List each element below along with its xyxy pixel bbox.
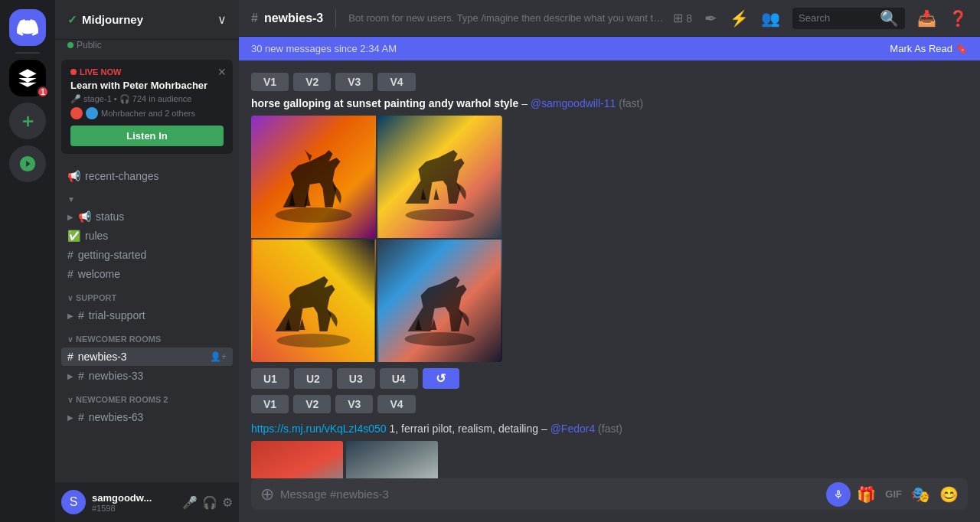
channel-name-newbies3: newbies-3 xyxy=(78,351,127,363)
category-newcomer-rooms2[interactable]: ∨ NEWCOMER ROOMS 2 xyxy=(61,386,233,407)
image-grid-horse xyxy=(251,116,502,362)
ferrari-image-preview xyxy=(251,441,968,478)
channel-sidebar: ✓ Midjourney ∨ Public ✕ LIVE NOW Learn w… xyxy=(55,0,239,522)
v2-button-bottom[interactable]: V2 xyxy=(293,395,331,413)
v1-button-top[interactable]: V1 xyxy=(251,73,289,91)
channel-name-getting-started: getting-started xyxy=(78,249,147,261)
message-input[interactable] xyxy=(280,478,820,510)
v1-button-bottom[interactable]: V1 xyxy=(251,395,289,413)
rules-icon: ✅ xyxy=(67,230,80,242)
user-avatar: S xyxy=(61,490,86,514)
category-support[interactable]: ∨ SUPPORT xyxy=(61,284,233,305)
u2-button[interactable]: U2 xyxy=(294,368,332,389)
v3-button-bottom[interactable]: V3 xyxy=(335,395,373,413)
headphones-button[interactable]: 🎧 xyxy=(202,495,217,510)
action-buttons-u-row: U1 U2 U3 U4 ↺ xyxy=(251,368,968,389)
svg-point-4 xyxy=(406,209,475,221)
listen-in-button[interactable]: Listen In xyxy=(70,126,224,146)
mark-as-read-button[interactable]: Mark As Read 🔖 xyxy=(890,43,968,54)
fedor4-mention: @Fedor4 xyxy=(550,422,596,435)
gif-icon[interactable]: GIF xyxy=(885,488,902,500)
channel-name-newbies33: newbies-33 xyxy=(89,370,144,382)
server-divider xyxy=(15,52,40,54)
v4-button-bottom[interactable]: V4 xyxy=(377,395,415,413)
inbox-icon[interactable]: 📥 xyxy=(917,9,936,28)
search-input[interactable] xyxy=(799,12,875,24)
midjourney-server-icon[interactable]: 1 xyxy=(9,60,46,96)
mark-read-label: Mark As Read xyxy=(890,43,952,54)
ferrari-img-2 xyxy=(346,441,438,478)
ferrari-text: 1, ferrari pilot, realism, detailing – xyxy=(390,422,550,435)
u4-button[interactable]: U4 xyxy=(380,368,418,389)
search-icon: 🔍 xyxy=(880,9,899,28)
discord-home-icon[interactable] xyxy=(9,9,46,46)
hash-icon-welcome: # xyxy=(67,268,74,280)
horse-image-3 xyxy=(251,240,376,362)
category-newcomer-rooms[interactable]: ∨ NEWCOMER ROOMS xyxy=(61,325,233,347)
hash-icon-newbies63: # xyxy=(78,411,84,423)
hash-icon-getting-started: # xyxy=(67,249,74,261)
slash-icon[interactable]: ✒ xyxy=(704,9,717,28)
user-panel: S samgoodw... #1598 🎤 🎧 ⚙ xyxy=(55,482,239,522)
attach-button[interactable]: ⊕ xyxy=(260,484,274,504)
channel-item-newbies-33[interactable]: ▶ # newbies-33 xyxy=(61,367,233,385)
bolt-icon[interactable]: ⚡ xyxy=(730,9,749,28)
channel-item-trial-support[interactable]: ▶ # trial-support xyxy=(61,306,233,325)
ferrari-speed-tag: (fast) xyxy=(598,422,622,435)
message-input-area: ⊕ 🎁 GIF 🎭 😊 xyxy=(239,478,980,522)
v3-button-top[interactable]: V3 xyxy=(335,73,373,91)
u3-button[interactable]: U3 xyxy=(337,368,375,389)
sticker-icon[interactable]: 🎭 xyxy=(911,485,930,504)
hash-icon-header: # xyxy=(251,11,258,25)
channel-name-rules: rules xyxy=(85,230,108,242)
emoji-icon[interactable]: 😊 xyxy=(939,485,959,504)
category-label-general[interactable]: ▼ xyxy=(61,186,233,207)
arrow-icon-newbies63: ▶ xyxy=(67,413,74,422)
arrow-icon-newbies33: ▶ xyxy=(67,372,74,380)
gift-icon[interactable]: 🎁 xyxy=(857,485,876,504)
member-count[interactable]: ⊞ 8 xyxy=(673,11,692,25)
voice-button[interactable] xyxy=(826,482,851,507)
settings-button[interactable]: ⚙ xyxy=(222,495,233,510)
v2-button-top[interactable]: V2 xyxy=(293,73,331,91)
microphone-button[interactable]: 🎤 xyxy=(182,495,198,510)
channel-name-welcome: welcome xyxy=(78,268,120,280)
speed-tag: (fast) xyxy=(619,97,643,109)
discover-servers-button[interactable] xyxy=(9,145,46,182)
horse-image-2 xyxy=(377,116,502,238)
message-block-ferrari: https://s.mj.run/vKqLzI4s050 1, ferrari … xyxy=(251,422,968,478)
category-arrow-newcomer: ∨ xyxy=(67,335,73,344)
message-block-horse: V1 V2 V3 V4 horse galloping at sunset pa… xyxy=(251,73,968,413)
channel-title: # newbies-3 xyxy=(251,11,323,25)
v4-button-top[interactable]: V4 xyxy=(377,73,415,91)
hash-icon-newbies3: # xyxy=(67,351,74,363)
svg-point-2 xyxy=(276,207,352,223)
presenters-text: Mohrbacher and 2 others xyxy=(101,109,195,118)
url-link-ferrari[interactable]: https://s.mj.run/vKqLzI4s050 xyxy=(251,422,387,435)
close-banner-button[interactable]: ✕ xyxy=(217,66,227,78)
add-server-button[interactable]: ＋ xyxy=(9,103,46,139)
horse-image-4 xyxy=(377,240,502,362)
channel-item-getting-started[interactable]: # getting-started xyxy=(61,246,233,264)
new-messages-banner[interactable]: 30 new messages since 2:34 AM Mark As Re… xyxy=(239,37,980,60)
category-arrow: ▼ xyxy=(67,195,75,204)
members-icon[interactable]: 👥 xyxy=(761,9,780,28)
prompt-text: horse galloping at sunset painting andy … xyxy=(251,97,518,109)
channel-item-status[interactable]: ▶ 📢 status xyxy=(61,207,233,226)
server-rail: 1 ＋ xyxy=(0,0,55,522)
check-icon: ✓ xyxy=(67,13,77,27)
message-prompt-ferrari: https://s.mj.run/vKqLzI4s050 1, ferrari … xyxy=(251,422,968,435)
channel-item-rules[interactable]: ✅ rules xyxy=(61,227,233,245)
search-bar[interactable]: 🔍 xyxy=(792,8,905,29)
channel-item-recent-changes[interactable]: 📢 recent-changes xyxy=(61,167,233,185)
channel-item-newbies-3[interactable]: # newbies-3 👤+ xyxy=(61,347,233,366)
server-header[interactable]: ✓ Midjourney ∨ xyxy=(55,0,239,40)
u1-button[interactable]: U1 xyxy=(251,368,289,389)
channel-item-welcome[interactable]: # welcome xyxy=(61,265,233,283)
audience-icon: 🎧 xyxy=(119,94,130,103)
refresh-button[interactable]: ↺ xyxy=(423,368,459,389)
help-icon[interactable]: ❓ xyxy=(949,9,968,28)
channel-list: 📢 recent-changes ▼ ▶ 📢 status ✅ rules # … xyxy=(55,160,239,482)
server-name: ✓ Midjourney xyxy=(67,13,143,27)
channel-item-newbies-63[interactable]: ▶ # newbies-63 xyxy=(61,408,233,426)
